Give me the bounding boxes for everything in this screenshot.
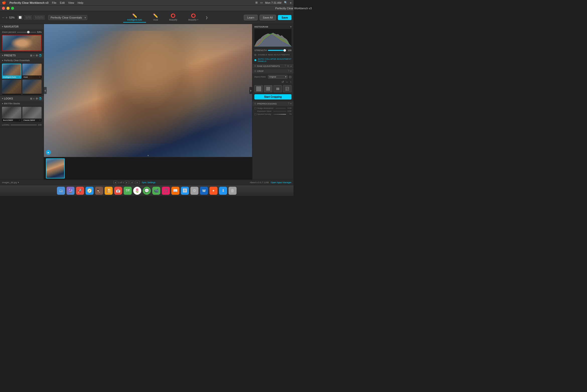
preproc-chevron-icon[interactable]: ▾ [290, 102, 291, 105]
exposure-slider[interactable] [273, 111, 286, 112]
image-nav-left[interactable]: ‹ [44, 87, 47, 94]
neutral-density-slider[interactable] [273, 114, 286, 115]
dock-safari[interactable]: 🧭 [86, 187, 94, 195]
preset-item-4[interactable] [22, 80, 42, 95]
dock-messages[interactable]: 💬 [143, 187, 151, 195]
dock-launchpad[interactable]: 🚀 [76, 187, 84, 195]
control-center-icon[interactable]: ⊞ [255, 1, 258, 4]
dock-system-preferences[interactable]: ⚙ [190, 187, 198, 195]
dock-spark[interactable]: ✦ [209, 187, 217, 195]
menu-view[interactable]: View [68, 1, 74, 4]
nav-next-button[interactable]: ▸ [125, 181, 129, 184]
nav-prev-button[interactable]: ◂ [113, 181, 117, 184]
dock-music[interactable]: 🎵 [162, 187, 170, 195]
play-button[interactable]: ▶ [46, 150, 51, 155]
strength-thumb[interactable] [283, 49, 286, 52]
looks-list-icon[interactable]: ≡ [33, 97, 35, 100]
dock-photos[interactable]: 🌷 [133, 187, 141, 195]
preset-item-intelligent-auto[interactable]: Intelligent Auto ✦ [2, 64, 21, 79]
start-cropping-button[interactable]: Start Cropping [254, 94, 291, 100]
dock-notes-app[interactable]: 📔 [105, 187, 113, 195]
raw-help-icon[interactable]: ? [284, 65, 286, 67]
dock-finder[interactable]: 🗂 [57, 187, 65, 195]
image-ambulance-checkbox[interactable] [254, 107, 256, 109]
preproc-help-icon[interactable]: ? [288, 102, 289, 105]
preset-dropdown[interactable]: Perfectly Clear Essentials ▾ [48, 15, 87, 20]
layout-icon-1[interactable]: ⬜ [18, 15, 23, 20]
dock-appstore[interactable]: 🅰 [181, 187, 189, 195]
navigator-header[interactable]: ▾ NAVIGATOR [0, 24, 44, 29]
grid-style-2[interactable] [264, 85, 272, 92]
menu-help[interactable]: Help [78, 1, 83, 4]
looks-help-icon[interactable]: ? [39, 97, 42, 100]
open-apps-manager-button[interactable]: Open Apps Manager [271, 181, 291, 184]
search-icon[interactable]: 🔍 [284, 1, 287, 4]
grid-view-icon[interactable]: ⊞ [30, 54, 32, 57]
crop-help-icon[interactable]: ? [288, 70, 289, 72]
aspect-ratio-select[interactable]: Original ▾ [268, 75, 287, 79]
sync-settings-button[interactable]: Sync Settings [142, 181, 156, 184]
dock-books[interactable]: 📖 [171, 187, 179, 195]
zoom-increase-button[interactable]: + [6, 16, 8, 20]
look-star-classic-bw[interactable]: ☆ [39, 119, 41, 121]
look-star-burnt-bw[interactable]: ☆ [19, 119, 20, 121]
dock-siri[interactable]: 🔮 [66, 187, 75, 195]
dock-word[interactable]: W [200, 187, 208, 195]
list-view-icon[interactable]: ≡ [33, 54, 35, 57]
nav-end-button[interactable]: ⊳ [135, 181, 140, 184]
zoom-slider-thumb[interactable] [27, 31, 30, 33]
tab-vivid[interactable]: ✏️ Vivid [149, 12, 162, 23]
dock-downloads[interactable]: ⬇ [219, 187, 227, 195]
settings-icon[interactable]: ⚙ [36, 54, 38, 57]
maximize-button[interactable] [11, 7, 14, 10]
look-item-burnt-bw[interactable]: Burnt B&W ☆ [2, 107, 21, 122]
disable-adjustments-option[interactable]: DISABLE NEW ADJUSTMENTS [252, 53, 294, 57]
grid-style-3[interactable] [273, 85, 282, 92]
nav-start-button[interactable]: ⊲ [130, 181, 134, 184]
airplay-icon[interactable]: ▭ [260, 1, 263, 4]
presets-header[interactable]: ▾ PRESETS ⊞ ≡ ⚙ ? [0, 53, 44, 58]
help-icon[interactable]: ? [39, 54, 42, 57]
crop-chevron-icon[interactable]: ▾ [290, 70, 291, 72]
zoom-decrease-button[interactable]: − [2, 16, 4, 20]
preset-star-intelligent-auto[interactable]: ✦ [19, 76, 20, 78]
preset-item-vivid[interactable]: Vivid ☆ [22, 64, 42, 79]
expand-arrow[interactable]: ▾ [148, 154, 149, 157]
tab-intelligent-auto[interactable]: ✏️ Intelligent Auto [123, 12, 146, 23]
more-presets-button[interactable]: ❯ [205, 16, 208, 19]
image-nav-right[interactable]: › [249, 87, 252, 94]
flip-vertical-button[interactable]: ↕ [290, 80, 291, 84]
looks-group-header[interactable]: ▾ BW Film Stocks [0, 101, 44, 106]
preset-group-header[interactable]: ▾ Perfectly Clear Essentials [0, 58, 44, 63]
apple-menu[interactable]: 🍎 [2, 1, 6, 5]
neutral-density-checkbox[interactable] [254, 113, 256, 115]
looks-header[interactable]: ▾ LOOKS ⊞ ≡ ⚙ ? [0, 96, 44, 101]
menu-file[interactable]: File [52, 1, 56, 4]
crop-section-header[interactable]: CROP ? ▾ [252, 68, 294, 73]
flip-horizontal-button[interactable]: ↔ [285, 80, 288, 84]
navigator-thumbnail[interactable] [2, 35, 42, 51]
layout-icon-3[interactable]: ⬛⬛⬛ [34, 15, 45, 20]
raw-chevron-icon[interactable]: ◂ [290, 65, 291, 67]
looks-grid-icon[interactable]: ⊞ [30, 97, 32, 100]
tab-beautify[interactable]: ⭕ Beautify [165, 12, 181, 23]
layout-icon-2[interactable]: ⬛⬛ [24, 15, 32, 20]
dock-calendar[interactable]: 📅 [114, 187, 122, 195]
close-button[interactable] [2, 7, 5, 10]
grid-style-1[interactable] [254, 85, 263, 92]
menu-edit[interactable]: Edit [60, 1, 65, 4]
film-thumb-1[interactable] [46, 158, 65, 178]
save-all-button[interactable]: Save All [260, 15, 276, 20]
dock-facetime[interactable]: 📹 [152, 187, 160, 195]
learn-button[interactable]: Learn [244, 15, 257, 20]
looks-slider[interactable] [11, 125, 37, 125]
grid-style-4[interactable] [283, 85, 291, 92]
preset-star-vivid[interactable]: ☆ [39, 76, 41, 78]
auto-collapse-option[interactable]: AUTO COLLAPSE ADJUSTMENT PANELS [252, 57, 294, 63]
raw-settings-icon[interactable]: ⚙ [287, 65, 289, 67]
rotate-left-button[interactable]: ↺ [281, 80, 284, 84]
look-item-classic-bw[interactable]: Classic B&W ☆ [22, 107, 42, 122]
tab-beautify-plus[interactable]: ⭕ Beautify + [184, 12, 202, 23]
zoom-slider[interactable] [17, 32, 36, 33]
dock-trash[interactable]: 🗑 [229, 187, 237, 195]
